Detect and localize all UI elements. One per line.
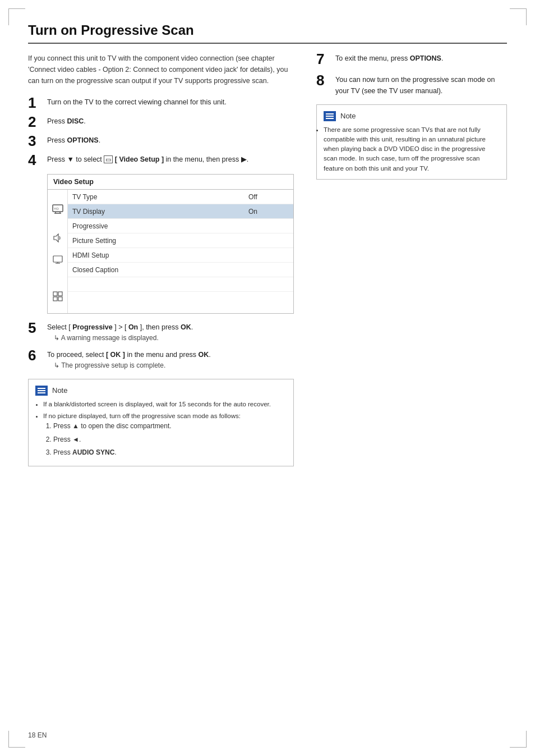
vs-icons-column: YO bbox=[48, 190, 68, 313]
svg-rect-11 bbox=[53, 297, 57, 301]
note-1-icon-line-1 bbox=[38, 388, 45, 389]
note-1-num-2: Press ◄. bbox=[53, 434, 287, 445]
step-6-bold-ok: OK bbox=[199, 351, 209, 359]
note-1-num-1: Press ▲ to open the disc compartment. bbox=[53, 421, 287, 432]
note-1-icon bbox=[35, 386, 48, 396]
step-3-number: 3 bbox=[28, 134, 47, 148]
vs-icon-grid bbox=[53, 282, 63, 311]
step-3-content: Press OPTIONS. bbox=[47, 135, 294, 146]
video-setup-icon: ▭ bbox=[104, 155, 113, 163]
step-3: 3 Press OPTIONS. bbox=[28, 135, 294, 148]
note-2-header: Note bbox=[324, 111, 500, 122]
right-column: 7 To exit the menu, press OPTIONS. 8 You… bbox=[316, 53, 507, 474]
vs-label-picture-setting: Picture Setting bbox=[68, 237, 248, 245]
note-box-1: Note If a blank/distorted screen is disp… bbox=[28, 379, 294, 466]
intro-paragraph: If you connect this unit to TV with the … bbox=[28, 53, 294, 86]
step-7-number: 7 bbox=[316, 52, 335, 66]
step-5: 5 Select [ Progressive ] > [ On ], then … bbox=[28, 322, 294, 343]
step-4-content: Press ▼ to select ▭ [ Video Setup ] in t… bbox=[47, 154, 294, 165]
step-6-number: 6 bbox=[28, 348, 47, 363]
vs-icon-tv: YO bbox=[52, 194, 64, 223]
step-2-number: 2 bbox=[28, 114, 47, 129]
note-2-bullets: There are some progressive scan TVs that… bbox=[324, 125, 500, 173]
step-7-bold: OPTIONS bbox=[410, 54, 441, 62]
step-2-content: Press DISC. bbox=[47, 116, 294, 127]
vs-label-tv-display: TV Display bbox=[68, 208, 248, 216]
vs-value-tv-type: Off bbox=[248, 193, 293, 201]
note-2-bullet-1: There are some progressive scan TVs that… bbox=[324, 125, 500, 173]
step-7: 7 To exit the menu, press OPTIONS. bbox=[316, 53, 507, 66]
vs-label-tv-type: TV Type bbox=[68, 193, 248, 201]
svg-text:YO: YO bbox=[54, 207, 59, 210]
step-6-bold: [ OK ] bbox=[106, 351, 125, 359]
step-1: 1 Turn on the TV to the correct viewing … bbox=[28, 97, 294, 110]
note-2-icon-line-1 bbox=[326, 113, 334, 114]
svg-rect-6 bbox=[53, 256, 62, 262]
step-5-bold-ok: OK bbox=[181, 323, 191, 331]
svg-rect-9 bbox=[53, 292, 57, 296]
vs-row-empty-2 bbox=[68, 292, 293, 306]
video-setup-body: YO bbox=[48, 190, 293, 313]
corner-mark-br bbox=[510, 731, 527, 748]
note-1-bullet-2: If no picture displayed, turn off the pr… bbox=[43, 411, 287, 458]
vs-row-empty-1 bbox=[68, 277, 293, 292]
page: Turn on Progressive Scan If you connect … bbox=[0, 0, 535, 756]
step-3-bold: OPTIONS bbox=[67, 136, 98, 144]
step-1-number: 1 bbox=[28, 95, 47, 110]
note-1-bullet-1: If a blank/distorted screen is displayed… bbox=[43, 400, 287, 409]
vs-label-hdmi-setup: HDMI Setup bbox=[68, 251, 248, 259]
note-2-icon-line-3 bbox=[326, 118, 334, 119]
note-1-icon-line-2 bbox=[38, 390, 45, 391]
vs-label-progressive: Progressive bbox=[68, 222, 248, 230]
step-8-content: You can now turn on the progressive scan… bbox=[335, 74, 507, 97]
vs-row-tv-type: TV Type Off bbox=[68, 190, 293, 204]
page-footer: 18 EN bbox=[28, 731, 47, 739]
corner-mark-bl bbox=[8, 731, 25, 748]
note-box-2: Note There are some progressive scan TVs… bbox=[316, 104, 507, 180]
svg-rect-10 bbox=[58, 292, 62, 296]
step-4-number: 4 bbox=[28, 153, 47, 167]
page-title: Turn on Progressive Scan bbox=[28, 22, 507, 44]
step-8: 8 You can now turn on the progressive sc… bbox=[316, 74, 507, 97]
step-4-bold: [ Video Setup ] bbox=[115, 155, 164, 163]
note-1-num-3: Press AUDIO SYNC. bbox=[53, 447, 287, 458]
corner-mark-tl bbox=[8, 8, 25, 25]
vs-rows-column: TV Type Off TV Display On Progressive bbox=[68, 190, 293, 313]
step-6: 6 To proceed, select [ OK ] in the menu … bbox=[28, 349, 294, 371]
video-setup-table: Video Setup YO bbox=[47, 174, 294, 314]
step-4: 4 Press ▼ to select ▭ [ Video Setup ] in… bbox=[28, 154, 294, 167]
step-5-bold-on: On bbox=[128, 323, 138, 331]
vs-row-progressive: Progressive bbox=[68, 219, 293, 233]
vs-icon-speaker bbox=[52, 223, 63, 253]
step-5-number: 5 bbox=[28, 320, 47, 335]
note-2-label: Note bbox=[340, 111, 356, 122]
step-1-text: Turn on the TV to the correct viewing ch… bbox=[47, 98, 227, 106]
step-5-content: Select [ Progressive ] > [ On ], then pr… bbox=[47, 322, 294, 343]
note-2-icon-line-2 bbox=[326, 116, 334, 117]
main-layout: If you connect this unit to TV with the … bbox=[28, 53, 507, 474]
left-column: If you connect this unit to TV with the … bbox=[28, 53, 294, 474]
vs-label-closed-caption: Closed Caption bbox=[68, 266, 248, 274]
note-1-num-3-bold: AUDIO SYNC bbox=[72, 448, 114, 456]
corner-mark-tr bbox=[510, 8, 527, 25]
step-7-content: To exit the menu, press OPTIONS. bbox=[335, 53, 443, 64]
step-5-bold-progressive: Progressive bbox=[72, 323, 113, 331]
video-setup-header: Video Setup bbox=[48, 175, 293, 190]
vs-row-tv-display: TV Display On bbox=[68, 204, 293, 219]
step-1-content: Turn on the TV to the correct viewing ch… bbox=[47, 97, 294, 108]
vs-row-picture-setting: Picture Setting bbox=[68, 233, 293, 248]
vs-icon-monitor bbox=[53, 253, 63, 267]
note-1-label: Note bbox=[52, 385, 67, 396]
step-2-bold: DISC bbox=[67, 117, 84, 125]
note-1-icon-line-3 bbox=[38, 392, 45, 393]
note-2-icon bbox=[324, 111, 336, 121]
vs-row-hdmi-setup: HDMI Setup bbox=[68, 248, 293, 263]
note-1-bullets: If a blank/distorted screen is displayed… bbox=[43, 400, 287, 458]
step-5-sub: A warning message is displayed. bbox=[54, 333, 294, 343]
svg-marker-5 bbox=[54, 234, 58, 242]
step-2: 2 Press DISC. bbox=[28, 116, 294, 129]
note-1-numbered-list: Press ▲ to open the disc compartment. Pr… bbox=[53, 421, 287, 458]
step-8-number: 8 bbox=[316, 73, 335, 88]
step-6-sub: The progressive setup is complete. bbox=[54, 360, 294, 371]
note-1-header: Note bbox=[35, 385, 287, 396]
